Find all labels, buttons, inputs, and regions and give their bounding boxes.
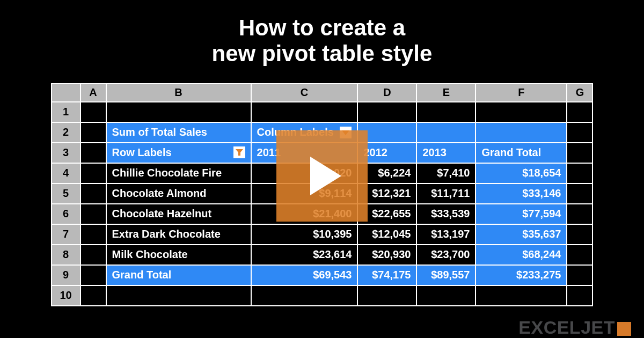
cell-F7[interactable]: $35,637 — [475, 224, 567, 245]
video-play-button[interactable] — [276, 130, 368, 222]
brand-logo: EXCELJET — [518, 317, 631, 338]
cell-A7[interactable] — [80, 224, 106, 245]
col-header-D[interactable]: D — [357, 84, 416, 102]
cell-F1[interactable] — [475, 102, 567, 122]
cell-A10[interactable] — [80, 285, 106, 306]
brand-text: EXCELJET — [518, 317, 615, 338]
row-header-6[interactable]: 6 — [52, 204, 80, 224]
col-header-G[interactable]: G — [567, 84, 592, 102]
cell-C10[interactable] — [251, 285, 358, 306]
cell-C8[interactable]: $23,614 — [251, 245, 358, 265]
cell-F4[interactable]: $18,654 — [475, 163, 567, 183]
svg-marker-1 — [236, 149, 243, 156]
cell-B5[interactable]: Chocolate Almond — [106, 183, 251, 204]
cell-B1[interactable] — [106, 102, 251, 122]
cell-A6[interactable] — [80, 204, 106, 224]
row-header-2[interactable]: 2 — [52, 122, 80, 143]
title-line-2: new pivot table style — [212, 41, 433, 66]
col-header-B[interactable]: B — [106, 84, 251, 102]
row-labels-text: Row Labels — [112, 146, 172, 158]
page-title: How to create a new pivot table style — [0, 0, 644, 78]
cell-E9[interactable]: $89,557 — [416, 265, 475, 285]
cell-E7[interactable]: $13,197 — [416, 224, 475, 245]
cell-G10[interactable] — [567, 285, 592, 306]
title-line-1: How to create a — [239, 15, 405, 40]
cell-D8[interactable]: $20,930 — [357, 245, 416, 265]
cell-E6[interactable]: $33,539 — [416, 204, 475, 224]
cell-G1[interactable] — [567, 102, 592, 122]
row-7: 7 Extra Dark Chocolate $10,395 $12,045 $… — [52, 224, 593, 245]
cell-G8[interactable] — [567, 245, 592, 265]
cell-B7[interactable]: Extra Dark Chocolate — [106, 224, 251, 245]
cell-D9[interactable]: $74,175 — [357, 265, 416, 285]
row-9: 9 Grand Total $69,543 $74,175 $89,557 $2… — [52, 265, 593, 285]
cell-E2[interactable] — [416, 122, 475, 143]
row-1: 1 — [52, 102, 593, 122]
cell-G6[interactable] — [567, 204, 592, 224]
cell-A4[interactable] — [80, 163, 106, 183]
cell-A9[interactable] — [80, 265, 106, 285]
cell-F2[interactable] — [475, 122, 567, 143]
cell-F6[interactable]: $77,594 — [475, 204, 567, 224]
column-header-row: A B C D E F G — [52, 84, 593, 102]
cell-E3[interactable]: 2013 — [416, 143, 475, 163]
row-header-1[interactable]: 1 — [52, 102, 80, 122]
cell-B2[interactable]: Sum of Total Sales — [106, 122, 251, 143]
cell-B6[interactable]: Chocolate Hazelnut — [106, 204, 251, 224]
cell-G2[interactable] — [567, 122, 592, 143]
row-header-5[interactable]: 5 — [52, 183, 80, 204]
cell-D7[interactable]: $12,045 — [357, 224, 416, 245]
cell-G9[interactable] — [567, 265, 592, 285]
cell-F5[interactable]: $33,146 — [475, 183, 567, 204]
cell-G3[interactable] — [567, 143, 592, 163]
cell-A3[interactable] — [80, 143, 106, 163]
cell-G5[interactable] — [567, 183, 592, 204]
row-10: 10 — [52, 285, 593, 306]
cell-A8[interactable] — [80, 245, 106, 265]
cell-F8[interactable]: $68,244 — [475, 245, 567, 265]
col-header-E[interactable]: E — [416, 84, 475, 102]
cell-F9[interactable]: $233,275 — [475, 265, 567, 285]
filter-funnel-icon — [235, 148, 244, 157]
row-header-3[interactable]: 3 — [52, 143, 80, 163]
cell-B9[interactable]: Grand Total — [106, 265, 251, 285]
cell-B3[interactable]: Row Labels — [106, 143, 251, 163]
row-header-4[interactable]: 4 — [52, 163, 80, 183]
cell-F10[interactable] — [475, 285, 567, 306]
row-header-7[interactable]: 7 — [52, 224, 80, 245]
cell-E1[interactable] — [416, 102, 475, 122]
cell-B10[interactable] — [106, 285, 251, 306]
cell-D1[interactable] — [357, 102, 416, 122]
brand-square-icon — [617, 322, 631, 336]
cell-B8[interactable]: Milk Chocolate — [106, 245, 251, 265]
cell-E8[interactable]: $23,700 — [416, 245, 475, 265]
cell-B4[interactable]: Chillie Chocolate Fire — [106, 163, 251, 183]
play-icon — [310, 157, 341, 195]
row-header-10[interactable]: 10 — [52, 285, 80, 306]
cell-G4[interactable] — [567, 163, 592, 183]
sum-of-total-sales-label: Sum of Total Sales — [112, 126, 207, 138]
cell-C7[interactable]: $10,395 — [251, 224, 358, 245]
row-8: 8 Milk Chocolate $23,614 $20,930 $23,700… — [52, 245, 593, 265]
cell-E10[interactable] — [416, 285, 475, 306]
cell-E5[interactable]: $11,711 — [416, 183, 475, 204]
cell-E4[interactable]: $7,410 — [416, 163, 475, 183]
cell-G7[interactable] — [567, 224, 592, 245]
cell-A5[interactable] — [80, 183, 106, 204]
cell-A1[interactable] — [80, 102, 106, 122]
row-header-9[interactable]: 9 — [52, 265, 80, 285]
cell-C9[interactable]: $69,543 — [251, 265, 358, 285]
row-header-8[interactable]: 8 — [52, 245, 80, 265]
row-labels-filter-button[interactable] — [233, 146, 245, 158]
corner-cell — [52, 84, 80, 102]
col-header-F[interactable]: F — [475, 84, 567, 102]
col-header-A[interactable]: A — [80, 84, 106, 102]
col-header-C[interactable]: C — [251, 84, 358, 102]
cell-C1[interactable] — [251, 102, 358, 122]
cell-A2[interactable] — [80, 122, 106, 143]
cell-F3[interactable]: Grand Total — [475, 143, 567, 163]
cell-D10[interactable] — [357, 285, 416, 306]
